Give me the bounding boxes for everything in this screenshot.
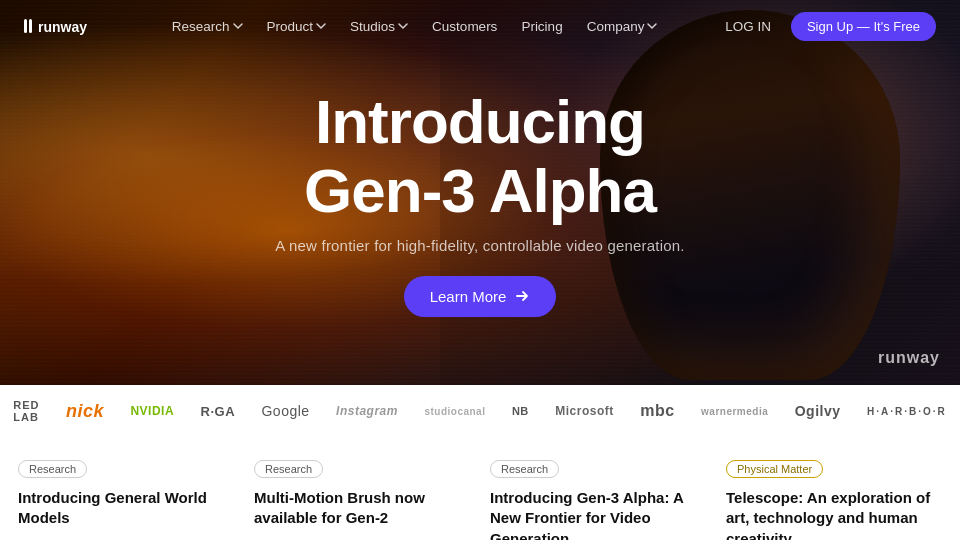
card-title-4: Telescope: An exploration of art, techno…	[726, 488, 942, 540]
login-button[interactable]: LOG IN	[715, 13, 781, 40]
logo-warner: warnermedia	[701, 406, 768, 417]
logo-studiocanal: studiocanal	[424, 406, 485, 417]
logo-red-lab: REDLAB	[13, 399, 39, 423]
hero-content: Introducing Gen-3 Alpha A new frontier f…	[275, 88, 684, 316]
logo-nvidia: NVIDIA	[130, 404, 174, 418]
card-title-2: Multi-Motion Brush now available for Gen…	[254, 488, 470, 529]
hero-title: Introducing Gen-3 Alpha	[275, 88, 684, 224]
card-multi-motion: Research Multi-Motion Brush now availabl…	[254, 459, 470, 540]
svg-rect-0	[24, 19, 27, 33]
card-badge-2: Research	[254, 460, 323, 478]
nav-links: Research Product Studios Customers Prici…	[172, 19, 658, 34]
card-title-1: Introducing General World Models	[18, 488, 234, 529]
runway-logo-svg: runway	[24, 15, 114, 37]
card-badge-1: Research	[18, 460, 87, 478]
nav-actions: LOG IN Sign Up — It's Free	[715, 12, 936, 41]
cards-section: Research Introducing General World Model…	[0, 437, 960, 540]
nav-company[interactable]: Company	[587, 19, 658, 34]
chevron-down-icon	[233, 21, 243, 31]
logo-google: Google	[261, 403, 309, 419]
card-title-3: Introducing Gen-3 Alpha: A New Frontier …	[490, 488, 706, 540]
nav-product[interactable]: Product	[267, 19, 327, 34]
logo-new-balance: NB	[512, 405, 529, 417]
logo-nick: nick	[66, 401, 104, 422]
svg-text:runway: runway	[38, 19, 87, 35]
logo[interactable]: runway	[24, 15, 114, 37]
logo-microsoft: Microsoft	[555, 404, 614, 418]
logo-strip: REDLAB nick NVIDIA R·GA Google Instagram…	[0, 385, 960, 437]
chevron-down-icon	[316, 21, 326, 31]
svg-rect-1	[29, 19, 32, 33]
hero-cta-button[interactable]: Learn More	[404, 276, 557, 317]
chevron-down-icon	[398, 21, 408, 31]
logo-rga: R·GA	[201, 404, 236, 419]
arrow-right-icon	[514, 288, 530, 304]
logo-harbor: H·A·R·B·O·R	[867, 406, 947, 417]
card-world-models: Research Introducing General World Model…	[18, 459, 234, 540]
card-badge-3: Research	[490, 460, 559, 478]
logo-instagram: Instagram	[336, 404, 398, 418]
card-gen3-alpha: Research Introducing Gen-3 Alpha: A New …	[490, 459, 706, 540]
hero-watermark: runway	[878, 349, 940, 367]
logo-ogilvy: Ogilvy	[795, 403, 841, 419]
navigation: runway Research Product Studios Customer…	[0, 0, 960, 52]
logo-mbc: mbc	[640, 402, 674, 420]
hero-subtitle: A new frontier for high-fidelity, contro…	[275, 237, 684, 254]
signup-button[interactable]: Sign Up — It's Free	[791, 12, 936, 41]
card-badge-4: Physical Matter	[726, 460, 823, 478]
card-telescope: Physical Matter Telescope: An exploratio…	[726, 459, 942, 540]
chevron-down-icon	[647, 21, 657, 31]
nav-research[interactable]: Research	[172, 19, 243, 34]
hero-section: Introducing Gen-3 Alpha A new frontier f…	[0, 0, 960, 385]
nav-studios[interactable]: Studios	[350, 19, 408, 34]
nav-customers[interactable]: Customers	[432, 19, 497, 34]
nav-pricing[interactable]: Pricing	[521, 19, 562, 34]
